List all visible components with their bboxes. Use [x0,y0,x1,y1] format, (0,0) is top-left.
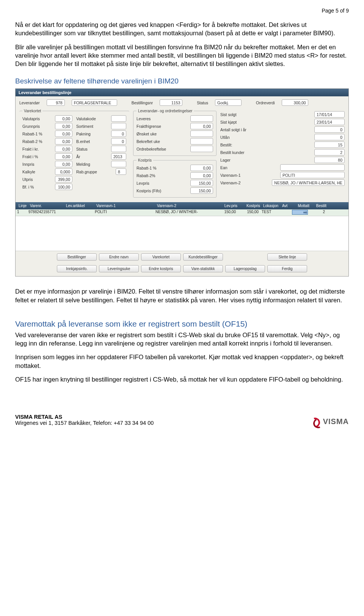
footer-address: Wirgenes vei 1, 3157 Barkåker, Telefon: … [15,420,154,426]
cell-kostpris: 150,00 [237,209,260,216]
cell-vn1: POLITI [93,209,154,216]
utlan-field[interactable]: 0 [314,134,345,140]
app-screenshot: Leverandør bestillingslinje Leverandør 9… [15,88,349,277]
endrenavn-button[interactable]: Endre navn [99,253,139,261]
kostpris-legend: Kostpris [136,158,153,162]
cell-mottatt[interactable] [290,209,309,216]
ordrebekr-field[interactable] [190,146,213,152]
ordreverdi-field[interactable]: 300,00 [282,99,308,106]
kp-kostpris-label: Kostpris (Fifo) [136,189,161,193]
kalkyle-label: Kalkyle [22,170,35,174]
valutakode-label: Valutakode [76,116,96,121]
antallsolgt-field[interactable]: 0 [314,126,345,133]
col-levpris: Lev.pris [216,203,239,208]
melding-field[interactable] [111,161,126,167]
paragraph-6: OF15 har ingen knytning til bestillinger… [15,375,349,383]
sistkjopt-label: Sist kjøpt [220,120,237,124]
sistsolgt-field[interactable]: 17/01/14 [314,111,345,118]
bestilt-label: Bestilt: [220,143,232,147]
valutakode-field[interactable] [111,115,126,122]
bekreftetuke-label: Bekreftet uke [136,139,160,144]
sortiment-field[interactable] [111,123,126,129]
benhet-field[interactable]: 0 [111,138,126,145]
bestillingsnr-field[interactable]: 1153 [160,99,182,106]
sistkjopt-field[interactable]: 23/01/14 [314,119,345,125]
leveres-field[interactable] [190,115,213,122]
bestiltkunder-label: Bestilt kunder [220,150,245,155]
ordreverdi-label: Ordreverdi [256,101,275,105]
leverandor-label: Leverandør [19,101,40,105]
ar-field[interactable]: 2013 [111,153,126,160]
pakning-field[interactable]: 0 [111,130,126,137]
vn1-label: Varenavn-1 [220,173,241,178]
onsketuke-label: Ønsket uke [136,132,157,136]
innkjopsinfo-button[interactable]: Innkjøpsinfo. [57,265,97,272]
valutapris-label: Valutapris [22,116,40,121]
lageroppslag-button[interactable]: Lageroppslag [225,265,265,272]
kundebestillinger-button[interactable]: Kundebestillinger [183,253,223,261]
valutapris-field[interactable]: 0,00 [55,115,72,122]
grid-header: Linje Varenr. Lev.artikkel Varenavn-1 Va… [16,202,348,209]
bestiltkunder-field[interactable]: 2 [314,149,345,156]
innpris-field[interactable]: 0,00 [55,161,72,167]
bestillinger-button[interactable]: Bestillinger [57,253,97,261]
kp-kostpris-field[interactable]: 150,00 [190,187,213,194]
mottatt-highlight-icon [292,210,308,215]
visma-logo-text: VISMA [323,417,349,426]
paragraph-4: Ved vareleveranse der varen ikke er regi… [15,331,349,348]
kp-rabatt1-field[interactable]: 0,00 [190,165,213,171]
leverandor-code-field[interactable]: 978 [47,99,65,106]
bestilt-field[interactable]: 15 [314,141,345,148]
slettelinje-button[interactable]: Slette linje [267,253,307,261]
grunnpris-label: Grunnpris [22,124,40,129]
cell-levpris: 150,00 [215,209,237,216]
cell-linje: 1 [16,209,27,216]
kp-rabatt2-field[interactable]: 0,00 [190,172,213,179]
bekreftetuke-field[interactable] [190,138,213,145]
status2-field[interactable] [111,146,126,152]
vn2-field[interactable]: NESBØ, JO / WINTHER-LARSEN, HE [272,179,345,186]
col-bestilt: Bestilt [311,203,328,208]
col-kostpris: Kostpris [239,203,262,208]
pakning-label: Pakning [76,132,91,136]
col-mottatt: Mottatt [292,203,311,208]
paragraph-5: Innprisen som legges inn her oppdaterer … [15,353,349,370]
kp-rabatt2-label: Rabatt-2% [136,173,155,178]
button-row-2: Innkjøpsinfo. Leveringsuke Endre kostpri… [16,263,348,276]
utpris-field[interactable]: 399,00 [55,176,72,182]
ean-label: Ean [220,165,228,170]
rabatt1-field[interactable]: 0,00 [55,130,72,137]
kalkyle-field[interactable]: 0,000 [55,168,72,175]
varestatistikk-button[interactable]: Vare-statistikk [183,265,223,272]
endrekostpris-button[interactable]: Endre kostpris [141,265,181,272]
leveres-label: Leveres [136,116,151,121]
button-row-1: Bestillinger Endre navn Varekortet Kunde… [16,251,348,263]
grid-row[interactable]: 1 9788242155771 POLITI NESBØ, JO / WINTH… [16,209,348,216]
cell-levart [63,209,93,216]
status-label: Status [197,101,208,105]
ferdig-button[interactable]: Ferdig [267,265,307,272]
benhet-label: B.enhet [76,139,90,144]
vn1-field[interactable]: POLITI [280,172,345,178]
onsketuke-field[interactable] [190,130,213,137]
rabatt2-field[interactable]: 0,00 [55,138,72,145]
col-avt: Avt [281,203,292,208]
visma-logo-icon [311,418,321,426]
leveringsuke-button[interactable]: Leveringsuke [99,265,139,272]
fraktpct-field[interactable]: 0,00 [55,153,72,160]
status-field[interactable]: Godkj. [215,99,242,106]
leverandor-name-field[interactable]: FORLAGSENTRALE [72,99,117,106]
lager-field[interactable]: 80 [314,157,345,163]
ordrebekr-label: Ordrebekreftelse [136,147,166,151]
ean-field[interactable] [280,164,345,171]
rabgruppe-field[interactable]: 8 [116,168,126,175]
grunnpris-field[interactable]: 0,00 [55,123,72,129]
rabgruppe-label: Rab.gruppe [76,170,97,174]
fraktfri-field[interactable]: 0,00 [190,123,213,129]
paragraph-3: Det er mye informasjon pr varelinje i BI… [15,287,349,304]
col-linje: Linje [17,203,28,208]
bf-field[interactable]: 100,00 [55,184,72,190]
varekortet-button[interactable]: Varekortet [141,253,181,261]
kp-levpris-field[interactable]: 150,00 [190,180,213,186]
fraktkr-field[interactable]: 0,00 [55,146,72,152]
